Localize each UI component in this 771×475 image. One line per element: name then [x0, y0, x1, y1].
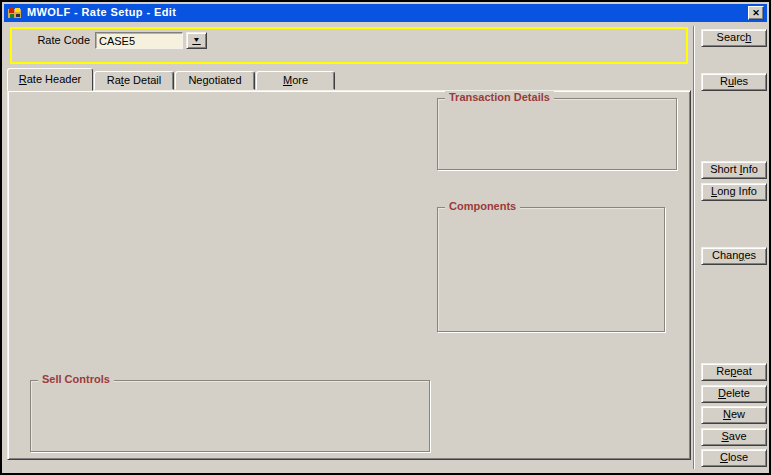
- short-info-button[interactable]: Short Info: [701, 161, 767, 179]
- title-bar: MWOLF - Rate Setup - Edit ✕: [4, 4, 767, 22]
- tab-more[interactable]: More: [256, 71, 335, 90]
- rate-code-selector-lov-button[interactable]: ▼: [186, 32, 207, 49]
- new-button[interactable]: New: [701, 406, 767, 424]
- rate-code-selector-label: Rate Code: [10, 32, 90, 49]
- repeat-button[interactable]: Repeat: [701, 363, 767, 381]
- components-group: [437, 207, 665, 332]
- changes-button[interactable]: Changes: [701, 247, 767, 265]
- rate-code-selector-input[interactable]: [95, 32, 183, 49]
- delete-button[interactable]: Delete: [701, 385, 767, 403]
- lov-arrow-icon: ▼: [192, 36, 200, 45]
- sell-controls-group: [30, 380, 430, 452]
- window-title: MWOLF - Rate Setup - Edit: [27, 6, 176, 18]
- tab-negotiated[interactable]: Negotiated: [175, 71, 255, 90]
- long-info-button[interactable]: Long Info: [701, 183, 767, 201]
- close-window-button[interactable]: ✕: [748, 6, 764, 20]
- app-icon: [7, 5, 23, 21]
- rate-setup-window: MWOLF - Rate Setup - Edit ✕ Rate Code ▼ …: [0, 0, 771, 475]
- close-button[interactable]: Close: [701, 449, 767, 467]
- tab-rate-header[interactable]: Rate Header: [7, 68, 93, 91]
- search-button[interactable]: Search: [701, 29, 767, 47]
- close-icon: ✕: [752, 8, 760, 18]
- transaction-details-group: [437, 98, 677, 170]
- transaction-details-title: Transaction Details: [445, 91, 554, 103]
- sell-controls-title: Sell Controls: [38, 373, 114, 385]
- tab-rate-detail[interactable]: Rate Detail: [94, 71, 174, 90]
- save-button[interactable]: Save: [701, 428, 767, 446]
- panel-divider: [693, 26, 695, 469]
- rules-button[interactable]: Rules: [701, 73, 767, 91]
- components-title: Components: [445, 200, 520, 212]
